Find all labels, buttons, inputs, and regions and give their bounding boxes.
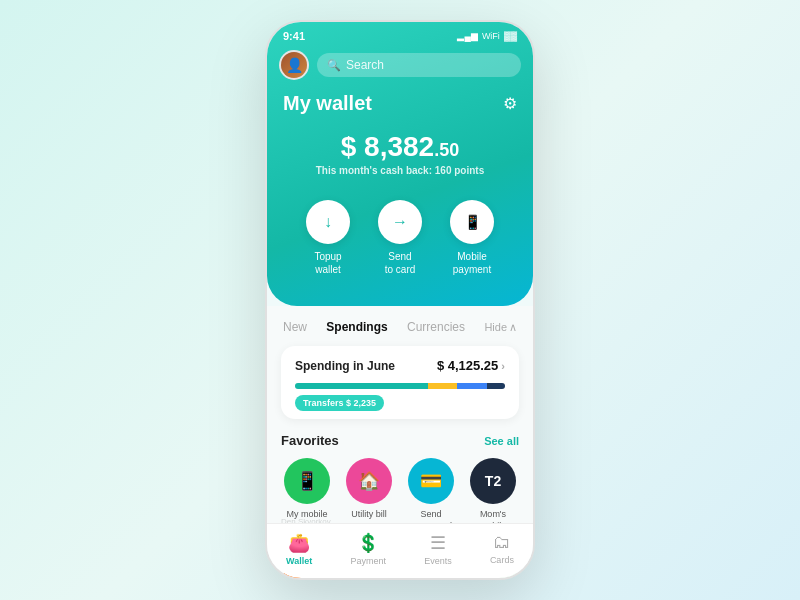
wallet-title: My wallet (283, 92, 372, 115)
status-bar: 9:41 ▂▄▆ WiFi ▓▓ (267, 22, 533, 46)
fav-utility-bill-label: Utility bill (351, 509, 387, 521)
topup-button[interactable]: ↓ Topupwallet (306, 200, 350, 276)
balance-cents: .50 (434, 140, 459, 160)
nav-wallet[interactable]: 👛 Wallet (286, 532, 312, 566)
app-header: 9:41 ▂▄▆ WiFi ▓▓ 👤 🔍 Search My wallet ⚙ (267, 22, 533, 306)
fav-utility-bill-icon: 🏠 (346, 458, 392, 504)
mobile-circle: 📱 (450, 200, 494, 244)
tab-currencies[interactable]: Currencies (407, 320, 465, 334)
fav-send-card[interactable]: 💳 Sendto my card (405, 458, 457, 532)
events-nav-icon: ☰ (430, 532, 446, 554)
avatar-image: 👤 (281, 52, 307, 78)
mobile-payment-button[interactable]: 📱 Mobilepayment (450, 200, 494, 276)
spending-header: Spending in June $ 4,125.25 › (295, 358, 505, 373)
avatar[interactable]: 👤 (279, 50, 309, 80)
cards-nav-label: Cards (490, 555, 514, 565)
spending-amount: $ 4,125.25 › (437, 358, 505, 373)
search-icon: 🔍 (327, 59, 341, 72)
send-circle: → (378, 200, 422, 244)
favorites-see-all[interactable]: See all (484, 435, 519, 447)
topup-icon: ↓ (324, 213, 332, 231)
nav-payment[interactable]: 💲 Payment (350, 532, 386, 566)
wallet-title-row: My wallet ⚙ (267, 88, 533, 123)
settings-icon[interactable]: ⚙ (503, 94, 517, 113)
cards-nav-icon: 🗂 (493, 532, 511, 553)
send-label: Sendto card (385, 250, 416, 276)
favorites-title: Favorites (281, 433, 339, 448)
cashback-text: This month's cash back: 160 points (267, 165, 533, 176)
chevron-right-icon: › (501, 360, 505, 372)
nav-cards[interactable]: 🗂 Cards (490, 532, 514, 566)
hide-button[interactable]: Hide ∧ (484, 321, 517, 334)
mobile-label: Mobilepayment (453, 250, 491, 276)
progress-yellow (428, 383, 458, 389)
topup-circle: ↓ (306, 200, 350, 244)
spending-label: Spending in June (295, 359, 395, 373)
tab-spendings[interactable]: Spendings (326, 320, 387, 334)
fav-my-mobile-icon: 📱 (284, 458, 330, 504)
signal-icon: ▂▄▆ (457, 31, 477, 41)
progress-blue (457, 383, 487, 389)
balance-section: $ 8,382.50 This month's cash back: 160 p… (267, 123, 533, 192)
spending-card: Spending in June $ 4,125.25 › Transfers … (281, 346, 519, 419)
tab-new[interactable]: New (283, 320, 307, 334)
balance-amount: $ 8,382.50 (267, 131, 533, 163)
battery-icon: ▓▓ (504, 31, 517, 41)
payment-nav-label: Payment (350, 556, 386, 566)
wallet-nav-label: Wallet (286, 556, 312, 566)
topup-label: Topupwallet (314, 250, 341, 276)
fav-moms-mobile[interactable]: T2 Mom'smobile (467, 458, 519, 532)
send-button[interactable]: → Sendto card (378, 200, 422, 276)
bottom-nav: 👛 Wallet 💲 Payment ☰ Events 🗂 Cards (267, 523, 533, 578)
payment-nav-icon: 💲 (357, 532, 379, 554)
wallet-nav-icon: 👛 (288, 532, 310, 554)
search-row: 👤 🔍 Search (267, 46, 533, 88)
mobile-icon: 📱 (464, 214, 481, 230)
wifi-icon: WiFi (482, 31, 500, 41)
send-icon: → (392, 213, 408, 231)
status-icons: ▂▄▆ WiFi ▓▓ (457, 31, 517, 41)
favorites-header: Favorites See all (281, 433, 519, 448)
tabs-row: New Spendings Currencies Hide ∧ (267, 306, 533, 342)
progress-dark (487, 383, 505, 389)
search-placeholder: Search (346, 58, 384, 72)
transfers-label: Transfers $ 2,235 (295, 395, 384, 411)
phone-frame: 9:41 ▂▄▆ WiFi ▓▓ 👤 🔍 Search My wallet ⚙ (265, 20, 535, 580)
fav-moms-mobile-icon: T2 (470, 458, 516, 504)
fav-send-card-icon: 💳 (408, 458, 454, 504)
search-bar[interactable]: 🔍 Search (317, 53, 521, 77)
events-nav-label: Events (424, 556, 452, 566)
nav-events[interactable]: ☰ Events (424, 532, 452, 566)
status-time: 9:41 (283, 30, 305, 42)
balance-main: $ 8,382 (341, 131, 434, 162)
fav-utility-bill[interactable]: 🏠 Utility bill (343, 458, 395, 532)
action-buttons: ↓ Topupwallet → Sendto card 📱 Mobilepaym… (267, 192, 533, 276)
